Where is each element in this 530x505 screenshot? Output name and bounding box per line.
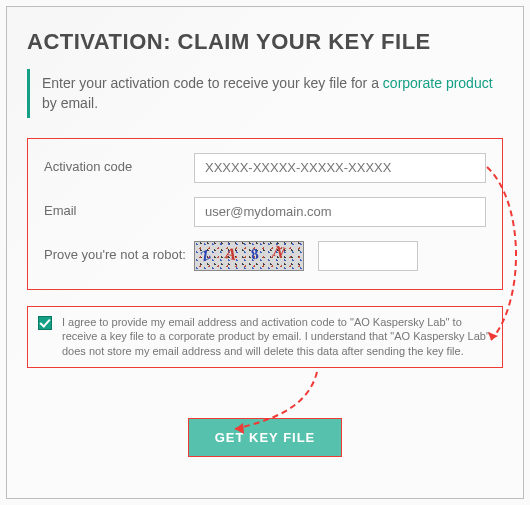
get-key-file-button[interactable]: GET KEY FILE — [188, 418, 343, 457]
email-input[interactable] — [194, 197, 486, 227]
captcha-char-3: 8 — [250, 245, 260, 263]
captcha-input[interactable] — [318, 241, 418, 271]
captcha-char-4: N — [271, 241, 287, 261]
agree-text: I agree to provide my email address and … — [62, 315, 492, 360]
activation-label: Activation code — [44, 159, 194, 176]
captcha-char-1: Z — [198, 246, 213, 264]
corporate-product-link[interactable]: corporate product — [383, 75, 493, 91]
activation-row: Activation code — [44, 153, 486, 183]
email-label: Email — [44, 203, 194, 220]
activation-panel: ACTIVATION: CLAIM YOUR KEY FILE Enter yo… — [6, 6, 524, 499]
intro-text: Enter your activation code to receive yo… — [27, 69, 503, 118]
button-wrap: GET KEY FILE — [27, 418, 503, 457]
page-title: ACTIVATION: CLAIM YOUR KEY FILE — [27, 29, 503, 55]
email-row: Email — [44, 197, 486, 227]
captcha-row: Prove you're not a robot: Z A 8 N — [44, 241, 486, 271]
captcha-holder: Z A 8 N — [194, 241, 418, 271]
agree-checkbox[interactable] — [38, 316, 52, 330]
intro-pre: Enter your activation code to receive yo… — [42, 75, 383, 91]
captcha-label: Prove you're not a robot: — [44, 247, 194, 264]
captcha-char-2: A — [223, 244, 238, 264]
activation-code-input[interactable] — [194, 153, 486, 183]
form-highlight-box: Activation code Email Prove you're not a… — [27, 138, 503, 290]
intro-post: by email. — [42, 95, 98, 111]
captcha-image: Z A 8 N — [194, 241, 304, 271]
agree-highlight-box: I agree to provide my email address and … — [27, 306, 503, 369]
